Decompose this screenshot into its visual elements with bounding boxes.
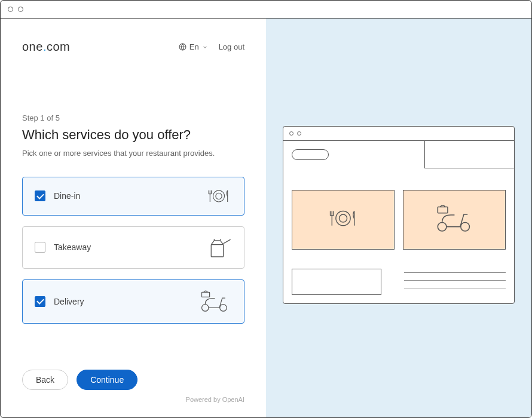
scooter-icon: [433, 204, 476, 236]
wizard-footer: Back Continue: [22, 358, 244, 390]
checkbox[interactable]: [35, 190, 45, 201]
preview-window-dot: [289, 131, 293, 136]
preview-line: [404, 288, 506, 288]
preview-card-scooter: [403, 190, 506, 250]
svg-point-7: [336, 211, 350, 226]
powered-by: Powered by OpenAI: [22, 396, 244, 403]
preview-window: [283, 126, 515, 304]
option-label: Delivery: [54, 297, 84, 306]
preview-card-plate: [292, 190, 395, 250]
window-control-dot[interactable]: [8, 7, 13, 12]
option-label: Takeaway: [54, 242, 91, 252]
preview-line: [404, 272, 506, 273]
globe-icon: [179, 43, 186, 51]
preview-window-dot: [297, 131, 301, 136]
page-subtext: Pick one or more services that your rest…: [22, 149, 244, 158]
svg-point-10: [460, 222, 469, 231]
preview-cards: [292, 190, 506, 250]
option-left: Dine-in: [35, 190, 80, 201]
preview-body: [283, 141, 514, 303]
preview-pill: [292, 149, 329, 160]
option-label: Dine-in: [54, 191, 80, 201]
preview-titlebar: [283, 127, 514, 141]
preview-topbox: [424, 141, 514, 168]
svg-point-5: [220, 305, 227, 311]
form-panel: one.com En Log out Step 1 of 5 Which ser…: [1, 19, 266, 417]
header-row: one.com En Log out: [22, 40, 244, 54]
back-button[interactable]: Back: [22, 370, 68, 390]
svg-point-1: [213, 190, 224, 202]
option-left: Takeaway: [35, 242, 91, 253]
bag-icon: [206, 236, 232, 259]
checkbox[interactable]: [35, 296, 45, 307]
plate-icon: [206, 187, 232, 205]
language-selector[interactable]: En: [179, 42, 208, 51]
option-left: Delivery: [35, 296, 84, 307]
option-dine-in[interactable]: Dine-in: [22, 177, 244, 216]
step-indicator: Step 1 of 5: [22, 113, 244, 122]
preview-bottom: [292, 269, 506, 295]
option-takeaway[interactable]: Takeaway: [22, 226, 244, 269]
service-options: Dine-inTakeawayDelivery: [22, 177, 244, 324]
preview-line: [404, 280, 506, 281]
scooter-icon: [198, 290, 232, 314]
svg-point-2: [216, 193, 222, 199]
app-window: one.com En Log out Step 1 of 5 Which ser…: [0, 0, 532, 418]
checkbox[interactable]: [35, 242, 45, 253]
brand-right: com: [47, 40, 70, 53]
preview-topbar: [292, 149, 506, 168]
svg-point-9: [438, 222, 447, 231]
svg-rect-3: [211, 244, 223, 256]
header-controls: En Log out: [179, 42, 244, 51]
brand-logo: one.com: [22, 40, 70, 54]
plate-icon: [326, 207, 360, 232]
logout-link[interactable]: Log out: [219, 42, 244, 51]
preview-panel: [266, 19, 531, 417]
window-titlebar: [1, 1, 531, 19]
preview-box: [292, 269, 381, 295]
option-delivery[interactable]: Delivery: [22, 279, 244, 324]
svg-rect-11: [438, 207, 448, 213]
brand-left: one: [22, 40, 43, 53]
continue-button[interactable]: Continue: [77, 370, 137, 390]
content-area: one.com En Log out Step 1 of 5 Which ser…: [1, 19, 531, 417]
chevron-down-icon: [202, 44, 208, 50]
svg-rect-6: [201, 292, 209, 297]
page-heading: Which services do you offer?: [22, 127, 244, 143]
preview-lines: [404, 269, 506, 288]
svg-point-4: [201, 305, 208, 311]
svg-point-8: [339, 214, 347, 222]
language-label: En: [189, 42, 199, 51]
window-control-dot[interactable]: [18, 7, 23, 12]
